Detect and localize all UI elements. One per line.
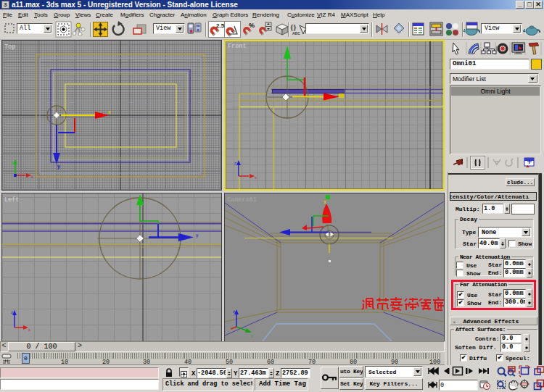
svg-text:x: x [255,175,257,180]
svg-text:z: z [233,309,235,314]
svg-text:x: x [108,109,111,114]
svg-text:y: y [11,160,13,164]
svg-text:x: x [31,175,33,179]
svg-text:{}: {} [290,22,297,31]
svg-text:y: y [57,164,60,170]
svg-text:%: % [249,22,255,29]
svg-text:z: z [234,161,236,165]
svg-text:y: y [196,233,199,238]
svg-text:z: z [11,310,13,314]
svg-text:ABC: ABC [292,31,300,36]
svg-text:y: y [251,333,253,338]
svg-text:2.5: 2.5 [216,22,225,29]
svg-text:x: x [28,328,30,332]
svg-text:x: x [323,199,326,204]
